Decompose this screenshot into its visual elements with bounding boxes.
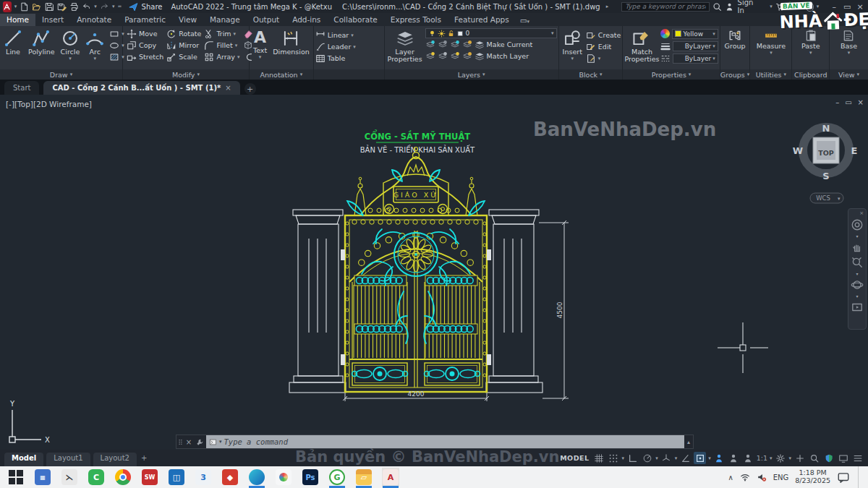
tab-parametric[interactable]: Parametric <box>118 14 172 26</box>
isolate-objects-button[interactable] <box>808 452 820 464</box>
match-layer-row[interactable]: Match Layer <box>425 51 557 61</box>
search-input[interactable]: Type a keyword or phrase <box>621 2 710 12</box>
show-desktop-button[interactable] <box>858 466 861 488</box>
tab-featured-apps[interactable]: Featured Apps <box>448 14 516 26</box>
circle-button[interactable]: Circle▾ <box>59 28 82 62</box>
restore-button[interactable]: ▭ <box>842 2 852 12</box>
edit-block-button[interactable]: Edit <box>586 41 621 52</box>
customize-button[interactable] <box>851 452 864 464</box>
taskbar-chrome[interactable] <box>114 468 132 487</box>
layout1-tab[interactable]: Layout1 <box>46 453 90 466</box>
notification-icon[interactable] <box>837 471 850 484</box>
tab-view[interactable]: View <box>172 14 203 26</box>
match-properties-button[interactable]: Match Properties <box>624 28 659 64</box>
layer-dropdown[interactable]: 0 ▾ <box>425 28 557 38</box>
layer-tool-icon[interactable] <box>438 51 448 61</box>
sign-in-label[interactable]: Sign In <box>738 0 757 14</box>
dimension-button[interactable]: Dimension <box>271 28 312 56</box>
orbit-icon[interactable] <box>851 278 864 291</box>
tab-home[interactable]: Home <box>0 14 35 26</box>
group-button[interactable]: Group <box>723 28 748 51</box>
caret-icon[interactable]: ▾ <box>655 455 658 461</box>
redo-button[interactable] <box>100 1 109 12</box>
command-grip[interactable] <box>176 438 184 446</box>
help-button[interactable]: ? <box>806 2 814 12</box>
file-tab-active[interactable]: CAD - Cổng 2 Cánh B...ất Uốn ) - SMT (1)… <box>43 81 239 95</box>
doc-close-button[interactable]: × <box>858 98 864 106</box>
caret-icon[interactable]: ▾ <box>856 271 858 276</box>
table-button[interactable]: Table <box>315 53 356 64</box>
panel-label-block[interactable]: Block▾ <box>559 69 623 80</box>
otrack-toggle[interactable] <box>679 452 692 464</box>
command-line[interactable]: × ▾ Type a command ▴ <box>176 435 694 449</box>
fillet-button[interactable]: Fillet▾ <box>204 40 239 51</box>
insert-button[interactable]: Insert▾ <box>561 28 584 62</box>
minimize-button[interactable]: – <box>829 2 839 12</box>
tab-collaborate[interactable]: Collaborate <box>327 14 383 26</box>
autoscale-toggle[interactable] <box>728 452 740 464</box>
trim-button[interactable]: Trim▾ <box>204 28 239 39</box>
caret-icon[interactable]: ▾ <box>770 4 773 9</box>
taskbar-edge[interactable] <box>248 468 265 487</box>
annotation-monitor[interactable] <box>793 452 806 464</box>
close-button[interactable]: × <box>855 2 865 12</box>
base-button[interactable]: Base▾ <box>838 28 859 56</box>
navbar-close-icon[interactable]: × <box>859 210 864 216</box>
caret-icon[interactable]: ▾ <box>219 439 222 445</box>
viewcube-top-face[interactable]: TOP <box>818 149 834 157</box>
caret-icon[interactable]: ▾ <box>856 234 858 239</box>
model-space-canvas[interactable]: BanVeNhaDep.vn CỔNG - SẮT MỸ THUẬT BẢN V… <box>0 95 868 450</box>
taskbar-autocad[interactable]: A <box>382 468 399 487</box>
doc-minimize-button[interactable]: – <box>835 98 839 106</box>
sign-in-avatar[interactable] <box>725 1 734 12</box>
model-tab[interactable]: Model <box>4 453 43 466</box>
taskbar-file-explorer[interactable]: ▱ <box>355 468 373 487</box>
app-store-cart-button[interactable] <box>775 1 785 12</box>
share-button[interactable] <box>129 1 138 12</box>
viewport-controls[interactable]: [-][Top][2D Wireframe] <box>6 100 92 108</box>
mirror-button[interactable]: Mirror <box>166 40 201 51</box>
zoom-icon[interactable] <box>851 256 864 269</box>
wifi-icon[interactable] <box>740 472 750 482</box>
annotation-scale-value[interactable]: 1:1 <box>757 454 767 462</box>
share-label[interactable]: Share <box>142 3 163 11</box>
array-button[interactable]: Array▾ <box>204 51 239 62</box>
command-expand-icon[interactable]: ▴ <box>684 439 693 445</box>
caret-icon[interactable]: ▾ <box>14 4 17 9</box>
recent-commands-icon[interactable] <box>209 438 217 446</box>
ortho-toggle[interactable] <box>626 452 639 464</box>
make-current-row[interactable]: Make Current <box>425 39 557 50</box>
caret-icon[interactable]: ▾ <box>675 455 678 461</box>
panel-label-groups[interactable]: Groups▾ <box>720 69 750 80</box>
caret-icon[interactable]: ▾ <box>770 455 773 461</box>
text-button[interactable]: A Text▾ <box>251 28 269 61</box>
caret-icon[interactable]: ▾ <box>817 4 820 9</box>
tray-chevron-icon[interactable]: ∧ <box>728 474 733 481</box>
taskbar-red-app[interactable]: ◆ <box>221 468 239 487</box>
undo-button[interactable] <box>82 1 91 12</box>
clean-screen-button[interactable] <box>837 452 849 464</box>
attribute-button[interactable]: ▾ <box>586 53 621 64</box>
viewcube[interactable]: N S W E TOP WCS ▾ <box>793 123 858 203</box>
move-button[interactable]: Move <box>127 28 163 39</box>
tab-add-ins[interactable]: Add-ins <box>286 14 327 26</box>
caret-icon[interactable]: ▾ <box>788 455 791 461</box>
caret-icon[interactable]: ▾ <box>622 455 625 461</box>
paste-button[interactable]: Paste▾ <box>799 28 822 56</box>
tab-express-tools[interactable]: Express Tools <box>384 14 448 26</box>
hatch-button[interactable]: ▾ <box>109 51 124 62</box>
viewcube-north[interactable]: N <box>822 123 830 134</box>
steering-wheel-icon[interactable] <box>851 218 864 231</box>
color-dropdown[interactable]: Yellow ▾ <box>672 29 718 39</box>
hardware-acceleration[interactable] <box>822 452 835 464</box>
scale-button[interactable]: Scale <box>166 51 201 62</box>
osnap-toggle[interactable] <box>694 452 706 464</box>
layer-lock-icon[interactable] <box>462 51 472 61</box>
tab-insert[interactable]: Insert <box>35 14 70 26</box>
taskbar-photoshop[interactable]: Ps <box>302 468 319 487</box>
clock[interactable]: 1:18 PM 8/23/2025 <box>795 469 830 485</box>
panel-label-clipboard[interactable]: Clipboard <box>792 69 829 80</box>
caret-icon[interactable]: ▾ <box>856 294 858 299</box>
rectangle-button[interactable]: ▾ <box>109 28 124 39</box>
taskbar-paint3d[interactable]: 3 <box>195 468 212 487</box>
